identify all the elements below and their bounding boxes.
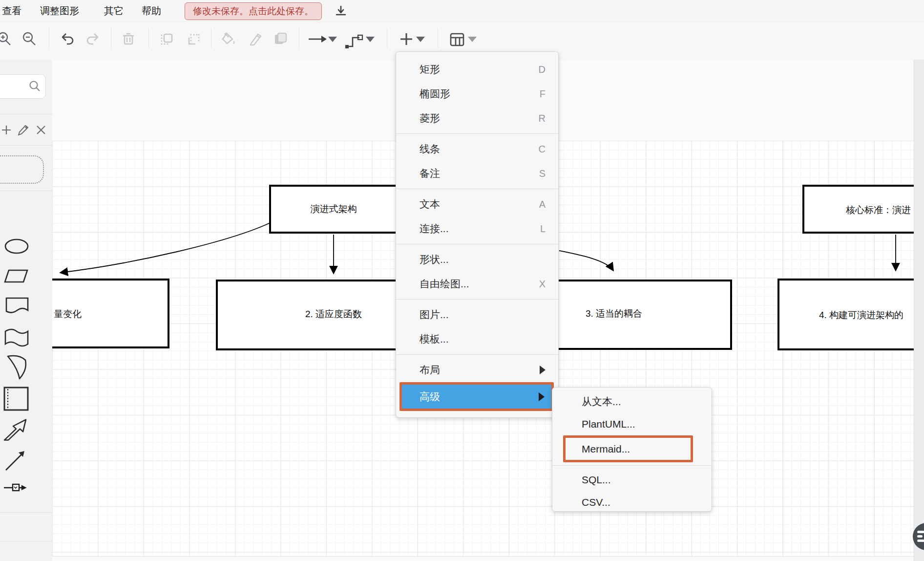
connector-arrow-shape[interactable]	[3, 483, 28, 493]
menu-arrange[interactable]: 调整图形	[40, 4, 79, 18]
shape-search-input[interactable]	[0, 74, 46, 99]
fill-color-icon[interactable]	[220, 31, 237, 47]
menu-extras[interactable]: 其它	[104, 4, 124, 18]
toolbar-separator	[49, 28, 49, 48]
close-icon[interactable]	[35, 124, 47, 136]
menu-divider	[396, 354, 558, 355]
connection-style-icon[interactable]	[308, 34, 324, 50]
delete-icon[interactable]	[120, 31, 137, 47]
moon-shape[interactable]	[5, 353, 28, 383]
toolbar-separator	[148, 28, 149, 48]
menu-item-ellipse[interactable]: 椭圆形 F	[396, 82, 558, 106]
table-caret-icon[interactable]	[468, 37, 477, 42]
menu-item-note[interactable]: 备注 S	[396, 161, 558, 186]
drawio-window: { "menubar": { "items": [ {"label": "查看"…	[0, 0, 924, 561]
line-color-icon[interactable]	[247, 31, 264, 47]
block-arrow-shape[interactable]	[1, 416, 30, 443]
to-back-icon[interactable]	[185, 31, 202, 47]
toolbar-separator	[111, 28, 111, 48]
node-label: 3. 适当的耦合	[586, 307, 642, 320]
menu-item-template[interactable]: 模板...	[396, 327, 558, 351]
advanced-submenu: 从文本... PlantUML... Mermaid... SQL... CSV…	[552, 387, 712, 512]
redo-icon[interactable]	[84, 31, 101, 47]
menu-item-freehand[interactable]: 自由绘图... X	[396, 272, 558, 296]
tape-shape[interactable]	[4, 327, 29, 348]
parallelogram-shape[interactable]	[3, 268, 29, 284]
menu-item-text[interactable]: 文本 A	[396, 192, 558, 216]
table-icon[interactable]	[448, 31, 465, 47]
node-label: 量变化	[54, 308, 82, 321]
edit-pencil-icon[interactable]	[16, 124, 30, 137]
ellipse-shape[interactable]	[4, 238, 29, 255]
panel-divider	[0, 512, 52, 513]
menu-item-link[interactable]: 连接... L	[396, 216, 558, 241]
menu-item-line[interactable]: 线条 C	[396, 137, 558, 161]
connection-style-caret-icon[interactable]	[328, 37, 337, 42]
node-label: 4. 构建可演进架构的	[819, 309, 903, 322]
insert-caret-icon[interactable]	[416, 37, 425, 42]
add-shape-icon[interactable]	[0, 124, 12, 136]
dashed-frame-shape[interactable]	[0, 155, 44, 184]
menu-divider	[396, 189, 558, 189]
shadow-icon[interactable]	[272, 31, 289, 47]
search-icon	[28, 80, 42, 93]
menu-item-layout[interactable]: 布局	[396, 358, 558, 382]
waypoint-style-caret-icon[interactable]	[366, 37, 375, 42]
menu-divider	[396, 299, 558, 300]
menu-divider	[552, 465, 712, 466]
node-label: 2. 适应度函数	[305, 308, 362, 321]
panel-divider	[0, 191, 52, 191]
node-label: 演进式架构	[311, 203, 357, 216]
framed-rectangle-shape[interactable]	[3, 386, 29, 411]
menubar: 查看 调整图形 其它 帮助 修改未保存。点击此处保存。	[0, 0, 924, 22]
arrow-shape[interactable]	[4, 450, 27, 472]
toolbar-separator	[387, 28, 387, 48]
toolbar-separator	[438, 28, 438, 48]
submenu-item-mermaid[interactable]: Mermaid...	[563, 435, 693, 462]
alert-text: 修改未保存。点击此处保存。	[193, 5, 314, 18]
submenu-arrow-icon	[539, 392, 545, 401]
menu-item-rectangle[interactable]: 矩形 D	[396, 57, 558, 82]
menu-item-shape[interactable]: 形状...	[396, 247, 558, 272]
submenu-item-from-text[interactable]: 从文本...	[552, 390, 712, 413]
undo-icon[interactable]	[59, 31, 76, 47]
toolbar-separator	[299, 28, 299, 48]
download-icon[interactable]	[334, 4, 348, 18]
menu-divider	[396, 133, 558, 134]
shape-panel	[0, 60, 53, 561]
submenu-item-csv[interactable]: CSV...	[552, 491, 712, 514]
submenu-arrow-icon	[540, 366, 546, 374]
panel-divider	[0, 145, 52, 146]
insert-menu: 矩形 D 椭圆形 F 菱形 R 线条 C 备注 S 文本 A 连接... L 形…	[396, 51, 559, 418]
toolbar-separator	[211, 28, 211, 48]
node-label: 核心标准：演进	[846, 204, 911, 216]
panel-divider	[0, 541, 52, 541]
menu-help[interactable]: 帮助	[142, 4, 161, 18]
to-front-icon[interactable]	[158, 31, 175, 47]
panel-divider	[0, 114, 52, 114]
submenu-item-plantuml[interactable]: PlantUML...	[552, 413, 712, 435]
zoom-out-icon[interactable]	[21, 31, 37, 47]
menu-item-advanced[interactable]: 高级	[399, 382, 554, 411]
unsaved-changes-alert[interactable]: 修改未保存。点击此处保存。	[185, 2, 322, 20]
menu-divider	[396, 244, 558, 244]
menu-view[interactable]: 查看	[2, 4, 21, 18]
scrollbar-track[interactable]	[914, 60, 924, 561]
waypoint-style-icon[interactable]	[345, 31, 361, 47]
insert-icon[interactable]	[398, 31, 415, 47]
submenu-item-sql[interactable]: SQL...	[552, 469, 712, 491]
menu-item-image[interactable]: 图片...	[396, 302, 558, 327]
menu-item-rhombus[interactable]: 菱形 R	[396, 106, 558, 130]
zoom-in-icon[interactable]	[0, 31, 12, 47]
document-shape[interactable]	[5, 297, 29, 315]
